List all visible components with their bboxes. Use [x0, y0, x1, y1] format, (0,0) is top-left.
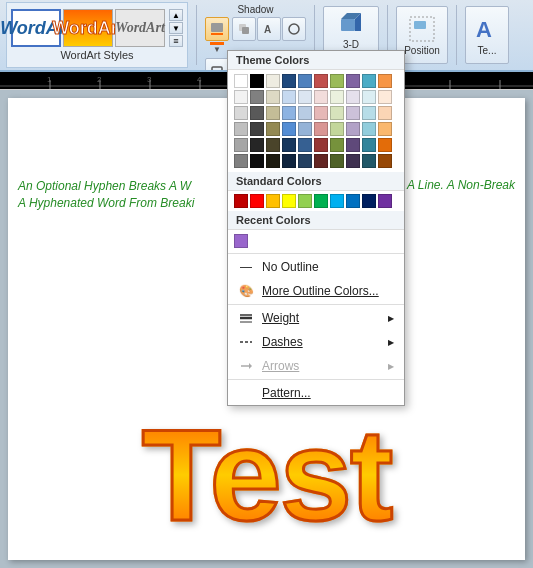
- theme-color-swatch[interactable]: [282, 106, 296, 120]
- theme-color-swatch[interactable]: [330, 122, 344, 136]
- theme-color-swatch[interactable]: [250, 138, 264, 152]
- wordart-scroll-buttons: ▲ ▼ ≡: [169, 9, 183, 47]
- shadow-color-btn[interactable]: [205, 17, 229, 41]
- doc-text-right: A Line. A Non-Break: [407, 178, 515, 192]
- dashes-item[interactable]: Dashes: [228, 330, 404, 354]
- theme-color-swatch[interactable]: [346, 90, 360, 104]
- theme-color-swatch[interactable]: [298, 154, 312, 168]
- theme-color-swatch[interactable]: [266, 74, 280, 88]
- theme-color-swatch[interactable]: [362, 154, 376, 168]
- wordart-style-2[interactable]: WordArt: [63, 9, 113, 47]
- arrows-icon: [238, 358, 254, 374]
- menu-divider-3: [228, 379, 404, 380]
- standard-color-swatch[interactable]: [298, 194, 312, 208]
- theme-color-swatch[interactable]: [298, 106, 312, 120]
- ribbon-sep-1: [196, 5, 197, 65]
- theme-color-swatch[interactable]: [250, 74, 264, 88]
- theme-color-swatch[interactable]: [298, 74, 312, 88]
- standard-color-swatch[interactable]: [250, 194, 264, 208]
- theme-color-swatch[interactable]: [234, 106, 248, 120]
- theme-color-swatch[interactable]: [346, 106, 360, 120]
- theme-color-swatch[interactable]: [234, 154, 248, 168]
- theme-color-swatch[interactable]: [234, 90, 248, 104]
- standard-color-swatch[interactable]: [378, 194, 392, 208]
- theme-color-swatch[interactable]: [250, 106, 264, 120]
- theme-color-swatch[interactable]: [378, 74, 392, 88]
- standard-color-swatch[interactable]: [330, 194, 344, 208]
- theme-color-swatch[interactable]: [346, 122, 360, 136]
- arrows-item[interactable]: Arrows: [228, 354, 404, 378]
- theme-color-swatch[interactable]: [378, 154, 392, 168]
- color-dropdown-arrow[interactable]: ▼: [213, 45, 221, 54]
- theme-color-swatch[interactable]: [234, 74, 248, 88]
- theme-color-swatch[interactable]: [346, 74, 360, 88]
- theme-color-swatch[interactable]: [282, 138, 296, 152]
- theme-color-swatch[interactable]: [314, 138, 328, 152]
- theme-color-swatch[interactable]: [266, 122, 280, 136]
- theme-color-swatch[interactable]: [266, 138, 280, 152]
- wordart-style-3[interactable]: WordArt: [115, 9, 165, 47]
- theme-color-swatch[interactable]: [362, 106, 376, 120]
- theme-color-swatch[interactable]: [250, 122, 264, 136]
- theme-color-swatch[interactable]: [362, 90, 376, 104]
- theme-color-swatch[interactable]: [378, 122, 392, 136]
- theme-color-swatch[interactable]: [330, 74, 344, 88]
- theme-color-swatch[interactable]: [234, 138, 248, 152]
- weight-item[interactable]: Weight: [228, 306, 404, 330]
- pattern-item[interactable]: Pattern...: [228, 381, 404, 405]
- standard-colors-row: [228, 191, 404, 211]
- theme-color-swatch[interactable]: [298, 138, 312, 152]
- svg-rect-0: [211, 23, 223, 32]
- standard-color-swatch[interactable]: [234, 194, 248, 208]
- theme-color-swatch[interactable]: [266, 90, 280, 104]
- theme-color-swatch[interactable]: [250, 154, 264, 168]
- theme-color-swatch[interactable]: [330, 90, 344, 104]
- standard-color-swatch[interactable]: [346, 194, 360, 208]
- recent-colors-section: [228, 230, 404, 252]
- theme-color-swatch[interactable]: [298, 122, 312, 136]
- theme-color-swatch[interactable]: [266, 106, 280, 120]
- standard-color-swatch[interactable]: [266, 194, 280, 208]
- theme-color-swatch[interactable]: [378, 90, 392, 104]
- theme-color-swatch[interactable]: [314, 90, 328, 104]
- theme-color-swatch[interactable]: [282, 90, 296, 104]
- theme-color-swatch[interactable]: [362, 138, 376, 152]
- standard-color-swatch[interactable]: [362, 194, 376, 208]
- theme-color-swatch[interactable]: [330, 138, 344, 152]
- theme-color-swatch[interactable]: [234, 122, 248, 136]
- shadow-effect-btn2[interactable]: A: [257, 17, 281, 41]
- wordart-scroll-more[interactable]: ≡: [169, 35, 183, 47]
- more-colors-item[interactable]: 🎨 More Outline Colors...: [228, 279, 404, 303]
- text-btn[interactable]: A Te...: [465, 6, 509, 64]
- weight-label: Weight: [262, 311, 299, 325]
- theme-color-swatch[interactable]: [282, 154, 296, 168]
- theme-color-swatch[interactable]: [378, 106, 392, 120]
- shadow-effect-btn3[interactable]: [282, 17, 306, 41]
- theme-color-swatch[interactable]: [314, 106, 328, 120]
- theme-color-swatch[interactable]: [314, 122, 328, 136]
- no-outline-item[interactable]: — No Outline: [228, 255, 404, 279]
- theme-color-swatch[interactable]: [378, 138, 392, 152]
- theme-color-swatch[interactable]: [330, 106, 344, 120]
- theme-color-swatch[interactable]: [250, 90, 264, 104]
- theme-color-swatch[interactable]: [346, 154, 360, 168]
- shadow-btn-a[interactable]: [205, 58, 229, 72]
- theme-color-swatch[interactable]: [266, 154, 280, 168]
- theme-color-swatch[interactable]: [346, 138, 360, 152]
- theme-color-swatch[interactable]: [314, 154, 328, 168]
- standard-color-swatch[interactable]: [314, 194, 328, 208]
- recent-color-swatch[interactable]: [234, 234, 248, 248]
- wordart-scroll-up[interactable]: ▲: [169, 9, 183, 21]
- shadow-effect-btn1[interactable]: [232, 17, 256, 41]
- theme-color-swatch[interactable]: [282, 74, 296, 88]
- wordart-scroll-down[interactable]: ▼: [169, 22, 183, 34]
- theme-color-swatch[interactable]: [282, 122, 296, 136]
- arrows-label: Arrows: [262, 359, 299, 373]
- theme-color-swatch[interactable]: [330, 154, 344, 168]
- standard-color-swatch[interactable]: [282, 194, 296, 208]
- theme-color-swatch[interactable]: [362, 74, 376, 88]
- theme-color-swatch[interactable]: [362, 122, 376, 136]
- theme-color-swatch[interactable]: [298, 90, 312, 104]
- svg-marker-45: [249, 363, 252, 369]
- theme-color-swatch[interactable]: [314, 74, 328, 88]
